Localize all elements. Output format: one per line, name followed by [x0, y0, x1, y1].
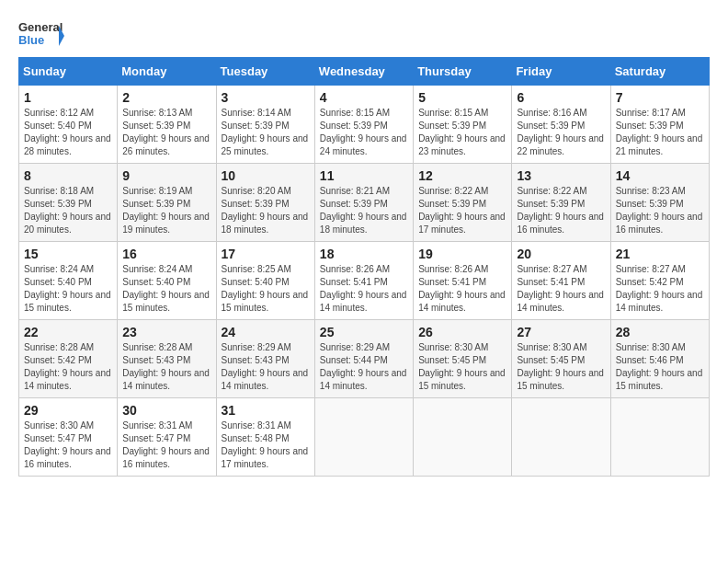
calendar-day-25: 25Sunrise: 8:29 AMSunset: 5:44 PMDayligh… — [314, 320, 413, 398]
calendar-day-14: 14Sunrise: 8:23 AMSunset: 5:39 PMDayligh… — [610, 164, 709, 242]
day-number: 7 — [616, 90, 704, 105]
calendar-day-22: 22Sunrise: 8:28 AMSunset: 5:42 PMDayligh… — [19, 320, 118, 398]
calendar-day-3: 3Sunrise: 8:14 AMSunset: 5:39 PMDaylight… — [216, 86, 314, 164]
calendar-header-row: SundayMondayTuesdayWednesdayThursdayFrid… — [19, 58, 710, 86]
header: General Blue — [18, 18, 710, 53]
calendar-day-2: 2Sunrise: 8:13 AMSunset: 5:39 PMDaylight… — [118, 86, 216, 164]
calendar-day-empty — [610, 398, 709, 477]
calendar-day-5: 5Sunrise: 8:15 AMSunset: 5:39 PMDaylight… — [414, 86, 512, 164]
calendar-day-20: 20Sunrise: 8:27 AMSunset: 5:41 PMDayligh… — [512, 242, 610, 320]
calendar-week-row: 22Sunrise: 8:28 AMSunset: 5:42 PMDayligh… — [19, 320, 710, 398]
col-header-monday: Monday — [118, 58, 216, 86]
day-info: Sunrise: 8:24 AMSunset: 5:40 PMDaylight:… — [24, 263, 112, 315]
day-number: 12 — [418, 168, 506, 183]
day-number: 10 — [222, 168, 310, 183]
day-info: Sunrise: 8:30 AMSunset: 5:45 PMDaylight:… — [418, 341, 506, 393]
day-number: 31 — [222, 403, 310, 418]
day-number: 13 — [517, 168, 605, 183]
day-info: Sunrise: 8:15 AMSunset: 5:39 PMDaylight:… — [418, 107, 506, 158]
day-info: Sunrise: 8:31 AMSunset: 5:47 PMDaylight:… — [122, 419, 210, 471]
calendar-week-row: 29Sunrise: 8:30 AMSunset: 5:47 PMDayligh… — [19, 398, 710, 477]
calendar-day-8: 8Sunrise: 8:18 AMSunset: 5:39 PMDaylight… — [19, 164, 118, 242]
day-info: Sunrise: 8:28 AMSunset: 5:42 PMDaylight:… — [24, 341, 112, 393]
calendar-day-11: 11Sunrise: 8:21 AMSunset: 5:39 PMDayligh… — [314, 164, 413, 242]
day-number: 28 — [616, 325, 704, 339]
day-number: 9 — [122, 168, 210, 183]
logo: General Blue — [18, 18, 64, 53]
calendar-day-15: 15Sunrise: 8:24 AMSunset: 5:40 PMDayligh… — [19, 242, 118, 320]
calendar-day-30: 30Sunrise: 8:31 AMSunset: 5:47 PMDayligh… — [118, 398, 216, 477]
day-number: 2 — [122, 90, 210, 105]
calendar-day-empty — [512, 398, 610, 477]
day-number: 21 — [616, 247, 704, 261]
col-header-thursday: Thursday — [414, 58, 512, 86]
calendar-day-29: 29Sunrise: 8:30 AMSunset: 5:47 PMDayligh… — [19, 398, 118, 477]
day-number: 14 — [616, 168, 704, 183]
calendar-day-28: 28Sunrise: 8:30 AMSunset: 5:46 PMDayligh… — [610, 320, 709, 398]
calendar-day-17: 17Sunrise: 8:25 AMSunset: 5:40 PMDayligh… — [216, 242, 314, 320]
day-number: 15 — [24, 247, 112, 261]
day-number: 16 — [122, 247, 210, 261]
svg-text:General: General — [18, 20, 63, 34]
logo-svg: General Blue — [18, 18, 64, 53]
day-number: 19 — [418, 247, 506, 261]
day-info: Sunrise: 8:13 AMSunset: 5:39 PMDaylight:… — [122, 107, 210, 158]
col-header-sunday: Sunday — [19, 58, 118, 86]
day-number: 1 — [24, 90, 112, 105]
day-info: Sunrise: 8:24 AMSunset: 5:40 PMDaylight:… — [122, 263, 210, 315]
calendar-week-row: 1Sunrise: 8:12 AMSunset: 5:40 PMDaylight… — [19, 86, 710, 164]
calendar-day-12: 12Sunrise: 8:22 AMSunset: 5:39 PMDayligh… — [414, 164, 512, 242]
day-number: 27 — [517, 325, 605, 339]
day-info: Sunrise: 8:22 AMSunset: 5:39 PMDaylight:… — [517, 185, 605, 236]
svg-text:Blue: Blue — [18, 33, 44, 47]
day-number: 8 — [24, 168, 112, 183]
day-info: Sunrise: 8:14 AMSunset: 5:39 PMDaylight:… — [222, 107, 310, 158]
day-number: 6 — [517, 90, 605, 105]
calendar-day-16: 16Sunrise: 8:24 AMSunset: 5:40 PMDayligh… — [118, 242, 216, 320]
day-info: Sunrise: 8:29 AMSunset: 5:44 PMDaylight:… — [320, 341, 408, 393]
day-info: Sunrise: 8:17 AMSunset: 5:39 PMDaylight:… — [616, 107, 704, 158]
calendar-day-9: 9Sunrise: 8:19 AMSunset: 5:39 PMDaylight… — [118, 164, 216, 242]
day-info: Sunrise: 8:23 AMSunset: 5:39 PMDaylight:… — [616, 185, 704, 236]
day-info: Sunrise: 8:29 AMSunset: 5:43 PMDaylight:… — [222, 341, 310, 393]
day-info: Sunrise: 8:22 AMSunset: 5:39 PMDaylight:… — [418, 185, 506, 236]
col-header-tuesday: Tuesday — [216, 58, 314, 86]
day-info: Sunrise: 8:27 AMSunset: 5:42 PMDaylight:… — [616, 263, 704, 315]
calendar-day-13: 13Sunrise: 8:22 AMSunset: 5:39 PMDayligh… — [512, 164, 610, 242]
day-info: Sunrise: 8:16 AMSunset: 5:39 PMDaylight:… — [517, 107, 605, 158]
calendar-day-1: 1Sunrise: 8:12 AMSunset: 5:40 PMDaylight… — [19, 86, 118, 164]
day-number: 3 — [222, 90, 310, 105]
day-info: Sunrise: 8:21 AMSunset: 5:39 PMDaylight:… — [320, 185, 408, 236]
day-number: 17 — [222, 247, 310, 261]
day-info: Sunrise: 8:28 AMSunset: 5:43 PMDaylight:… — [122, 341, 210, 393]
calendar-day-7: 7Sunrise: 8:17 AMSunset: 5:39 PMDaylight… — [610, 86, 709, 164]
day-number: 29 — [24, 403, 112, 418]
day-info: Sunrise: 8:30 AMSunset: 5:46 PMDaylight:… — [616, 341, 704, 393]
day-info: Sunrise: 8:31 AMSunset: 5:48 PMDaylight:… — [222, 419, 310, 471]
calendar-day-6: 6Sunrise: 8:16 AMSunset: 5:39 PMDaylight… — [512, 86, 610, 164]
calendar-week-row: 15Sunrise: 8:24 AMSunset: 5:40 PMDayligh… — [19, 242, 710, 320]
day-number: 26 — [418, 325, 506, 339]
day-number: 20 — [517, 247, 605, 261]
calendar-day-24: 24Sunrise: 8:29 AMSunset: 5:43 PMDayligh… — [216, 320, 314, 398]
calendar-day-27: 27Sunrise: 8:30 AMSunset: 5:45 PMDayligh… — [512, 320, 610, 398]
day-number: 11 — [320, 168, 408, 183]
day-number: 30 — [122, 403, 210, 418]
calendar-day-18: 18Sunrise: 8:26 AMSunset: 5:41 PMDayligh… — [314, 242, 413, 320]
calendar-day-21: 21Sunrise: 8:27 AMSunset: 5:42 PMDayligh… — [610, 242, 709, 320]
col-header-friday: Friday — [512, 58, 610, 86]
day-number: 22 — [24, 325, 112, 339]
day-number: 18 — [320, 247, 408, 261]
calendar-day-4: 4Sunrise: 8:15 AMSunset: 5:39 PMDaylight… — [314, 86, 413, 164]
page-container: General Blue SundayMondayTuesdayWednesda… — [18, 18, 710, 477]
calendar-day-19: 19Sunrise: 8:26 AMSunset: 5:41 PMDayligh… — [414, 242, 512, 320]
col-header-wednesday: Wednesday — [314, 58, 413, 86]
day-number: 4 — [320, 90, 408, 105]
day-number: 23 — [122, 325, 210, 339]
calendar-day-empty — [414, 398, 512, 477]
day-info: Sunrise: 8:20 AMSunset: 5:39 PMDaylight:… — [222, 185, 310, 236]
calendar-day-10: 10Sunrise: 8:20 AMSunset: 5:39 PMDayligh… — [216, 164, 314, 242]
calendar-table: SundayMondayTuesdayWednesdayThursdayFrid… — [18, 57, 710, 477]
day-info: Sunrise: 8:27 AMSunset: 5:41 PMDaylight:… — [517, 263, 605, 315]
day-number: 5 — [418, 90, 506, 105]
